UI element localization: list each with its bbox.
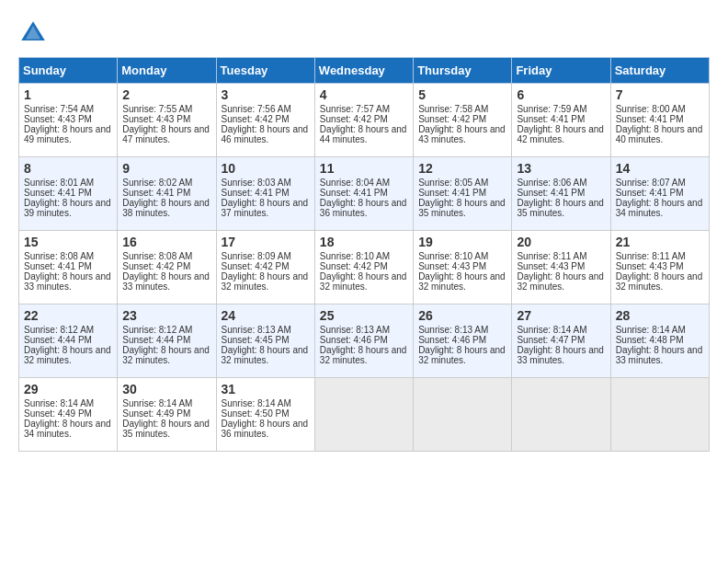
calendar-cell [414,378,512,452]
sunrise-text: Sunrise: 8:14 AM [122,398,210,408]
calendar-cell: 17Sunrise: 8:09 AMSunset: 4:42 PMDayligh… [216,231,314,304]
sunrise-text: Sunrise: 7:59 AM [517,104,605,114]
day-number: 30 [122,382,210,396]
sunset-text: Sunset: 4:43 PM [616,261,704,271]
sunrise-text: Sunrise: 8:06 AM [517,178,605,188]
sunrise-text: Sunrise: 8:05 AM [418,178,506,188]
daylight-text: Daylight: 8 hours and 35 minutes. [122,419,210,439]
day-number: 18 [320,235,408,249]
sunset-text: Sunset: 4:49 PM [24,408,112,419]
daylight-text: Daylight: 8 hours and 47 minutes. [122,124,210,144]
sunrise-text: Sunrise: 8:14 AM [222,398,310,408]
day-number: 31 [222,382,310,396]
day-number: 9 [122,161,210,176]
day-number: 3 [222,87,310,102]
daylight-text: Daylight: 8 hours and 46 minutes. [222,124,310,144]
day-number: 13 [517,161,605,176]
sunrise-text: Sunrise: 8:09 AM [222,251,310,261]
sunset-text: Sunset: 4:43 PM [418,261,506,271]
sunset-text: Sunset: 4:41 PM [24,261,112,271]
sunset-text: Sunset: 4:46 PM [320,335,408,345]
daylight-text: Daylight: 8 hours and 40 minutes. [616,124,704,144]
calendar-cell: 22Sunrise: 8:12 AMSunset: 4:44 PMDayligh… [19,304,118,378]
header-row: SundayMondayTuesdayWednesdayThursdayFrid… [19,58,710,84]
sunrise-text: Sunrise: 8:02 AM [122,178,210,188]
daylight-text: Daylight: 8 hours and 33 minutes. [122,271,210,292]
daylight-text: Daylight: 8 hours and 32 minutes. [616,271,704,292]
day-number: 22 [24,308,112,323]
sunset-text: Sunset: 4:42 PM [222,261,310,271]
sunset-text: Sunset: 4:42 PM [320,261,408,271]
col-header-monday: Monday [118,58,216,84]
sunset-text: Sunset: 4:41 PM [222,188,310,198]
daylight-text: Daylight: 8 hours and 38 minutes. [122,198,210,218]
sunrise-text: Sunrise: 8:04 AM [320,178,408,188]
calendar-cell: 26Sunrise: 8:13 AMSunset: 4:46 PMDayligh… [414,304,512,378]
sunrise-text: Sunrise: 8:10 AM [320,251,408,261]
daylight-text: Daylight: 8 hours and 32 minutes. [320,271,408,292]
sunset-text: Sunset: 4:43 PM [122,114,210,124]
sunset-text: Sunset: 4:49 PM [122,408,210,419]
sunset-text: Sunset: 4:47 PM [517,335,605,345]
day-number: 21 [616,235,704,249]
sunrise-text: Sunrise: 8:08 AM [24,251,112,261]
sunset-text: Sunset: 4:42 PM [122,261,210,271]
calendar-cell: 3Sunrise: 7:56 AMSunset: 4:42 PMDaylight… [216,84,314,157]
daylight-text: Daylight: 8 hours and 32 minutes. [320,345,408,365]
sunrise-text: Sunrise: 7:58 AM [418,104,506,114]
calendar-cell: 18Sunrise: 8:10 AMSunset: 4:42 PMDayligh… [314,231,413,304]
calendar-cell: 7Sunrise: 8:00 AMSunset: 4:41 PMDaylight… [610,84,709,157]
sunrise-text: Sunrise: 8:12 AM [122,325,210,335]
col-header-wednesday: Wednesday [314,58,413,84]
sunset-text: Sunset: 4:41 PM [122,188,210,198]
sunrise-text: Sunrise: 8:07 AM [616,178,704,188]
day-number: 17 [222,235,310,249]
sunset-text: Sunset: 4:50 PM [222,408,310,419]
col-header-thursday: Thursday [414,58,512,84]
calendar-cell: 9Sunrise: 8:02 AMSunset: 4:41 PMDaylight… [118,157,216,231]
sunset-text: Sunset: 4:43 PM [517,261,605,271]
day-number: 23 [122,308,210,323]
day-number: 8 [24,161,112,176]
daylight-text: Daylight: 8 hours and 32 minutes. [222,345,310,365]
day-number: 14 [616,161,704,176]
daylight-text: Daylight: 8 hours and 33 minutes. [616,345,704,365]
daylight-text: Daylight: 8 hours and 32 minutes. [122,345,210,365]
sunset-text: Sunset: 4:41 PM [517,114,605,124]
day-number: 26 [418,308,506,323]
calendar-cell: 10Sunrise: 8:03 AMSunset: 4:41 PMDayligh… [216,157,314,231]
col-header-friday: Friday [512,58,610,84]
sunset-text: Sunset: 4:41 PM [24,188,112,198]
sunset-text: Sunset: 4:42 PM [418,114,506,124]
sunrise-text: Sunrise: 8:14 AM [517,325,605,335]
sunset-text: Sunset: 4:44 PM [24,335,112,345]
sunrise-text: Sunrise: 8:10 AM [418,251,506,261]
daylight-text: Daylight: 8 hours and 35 minutes. [517,198,605,218]
day-number: 11 [320,161,408,176]
daylight-text: Daylight: 8 hours and 49 minutes. [24,124,112,144]
calendar-cell: 8Sunrise: 8:01 AMSunset: 4:41 PMDaylight… [19,157,118,231]
calendar-cell: 28Sunrise: 8:14 AMSunset: 4:48 PMDayligh… [610,304,709,378]
logo [18,18,51,48]
daylight-text: Daylight: 8 hours and 36 minutes. [320,198,408,218]
calendar-cell: 19Sunrise: 8:10 AMSunset: 4:43 PMDayligh… [414,231,512,304]
col-header-tuesday: Tuesday [216,58,314,84]
day-number: 27 [517,308,605,323]
day-number: 5 [418,87,506,102]
day-number: 16 [122,235,210,249]
day-number: 1 [24,87,112,102]
day-number: 20 [517,235,605,249]
calendar-cell: 31Sunrise: 8:14 AMSunset: 4:50 PMDayligh… [216,378,314,452]
calendar-cell [512,378,610,452]
calendar-cell: 29Sunrise: 8:14 AMSunset: 4:49 PMDayligh… [19,378,118,452]
sunrise-text: Sunrise: 7:57 AM [320,104,408,114]
calendar-cell: 11Sunrise: 8:04 AMSunset: 4:41 PMDayligh… [314,157,413,231]
daylight-text: Daylight: 8 hours and 36 minutes. [222,419,310,439]
sunrise-text: Sunrise: 8:03 AM [222,178,310,188]
sunset-text: Sunset: 4:43 PM [24,114,112,124]
sunrise-text: Sunrise: 8:11 AM [616,251,704,261]
sunrise-text: Sunrise: 8:13 AM [320,325,408,335]
sunrise-text: Sunrise: 8:14 AM [616,325,704,335]
day-number: 25 [320,308,408,323]
week-row: 8Sunrise: 8:01 AMSunset: 4:41 PMDaylight… [19,157,710,231]
